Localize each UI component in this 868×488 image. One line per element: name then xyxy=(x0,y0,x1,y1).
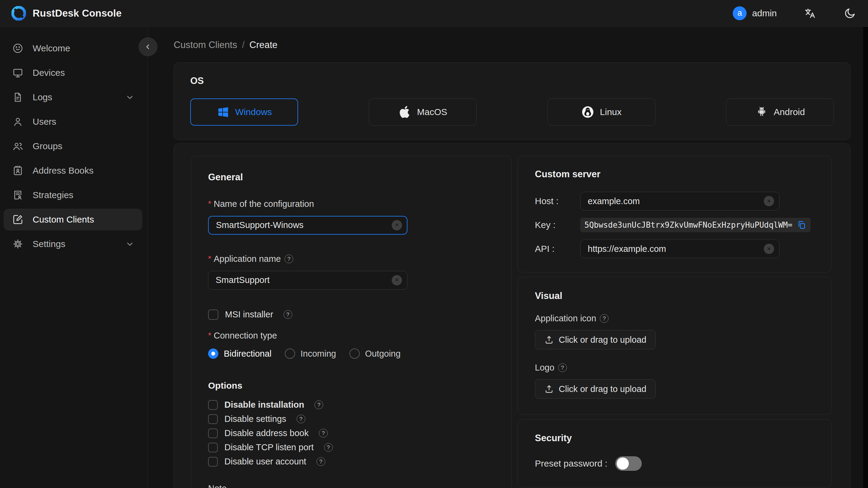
logo-upload-button[interactable]: Click or drag to upload xyxy=(535,379,656,399)
upload-icon xyxy=(544,384,554,394)
application-name-label: * Application name ? xyxy=(208,253,494,265)
sidebar-item-label: Groups xyxy=(33,141,62,151)
help-icon[interactable]: ? xyxy=(319,429,328,437)
server-key-value: 5Qbwsde3unUcJBtrx9ZkvUmwFNoExHzpryHuPUdq… xyxy=(584,220,793,230)
required-asterisk: * xyxy=(208,253,211,265)
disable-tcp-listen-port-checkbox[interactable] xyxy=(208,443,218,452)
sidebar-item-strategies[interactable]: Strategies xyxy=(4,184,142,206)
help-icon[interactable]: ? xyxy=(284,254,293,263)
sidebar-item-label: Welcome xyxy=(33,43,70,54)
api-row: API : ✕ xyxy=(535,240,814,258)
required-asterisk: * xyxy=(208,199,211,210)
application-icon-upload-button[interactable]: Click or drag to upload xyxy=(535,330,656,349)
users-icon xyxy=(12,141,24,152)
connection-type-label: * Connection type xyxy=(208,330,494,341)
os-button-macos[interactable]: MacOS xyxy=(369,98,476,126)
user-avatar[interactable]: a xyxy=(733,6,747,20)
os-button-label: Android xyxy=(774,107,805,117)
rustdesk-logo-icon xyxy=(11,6,26,21)
upload-icon xyxy=(544,335,554,344)
user-name[interactable]: admin xyxy=(752,8,777,19)
sidebar-item-logs[interactable]: Logs xyxy=(4,86,142,108)
host-input[interactable] xyxy=(580,192,779,211)
dark-mode-moon-icon[interactable] xyxy=(843,7,857,20)
visual-panel: Visual Application icon ? Click or drag xyxy=(518,277,832,415)
config-name-input[interactable] xyxy=(208,216,407,235)
preset-password-toggle[interactable] xyxy=(615,456,642,471)
option-disable-installation: Disable installation ? xyxy=(208,400,494,410)
msi-installer-checkbox[interactable] xyxy=(208,309,218,320)
msi-installer-row: MSI installer ? xyxy=(208,309,494,320)
application-name-input[interactable] xyxy=(208,271,407,289)
disable-address-book-checkbox[interactable] xyxy=(208,428,218,438)
visual-title: Visual xyxy=(535,291,814,301)
sidebar-item-label: Users xyxy=(33,117,56,127)
os-button-label: Linux xyxy=(600,107,622,117)
sidebar-collapse-button[interactable] xyxy=(138,37,157,56)
os-options-row: Windows MacOS xyxy=(190,98,834,126)
help-icon[interactable]: ? xyxy=(316,457,325,466)
disable-installation-checkbox[interactable] xyxy=(208,400,218,410)
android-logo-icon xyxy=(755,105,768,119)
breadcrumb: Custom Clients / Create xyxy=(174,39,850,51)
right-column: Custom server Host : ✕ Key : 5Qbwsde3unU… xyxy=(518,156,832,487)
sidebar-item-groups[interactable]: Groups xyxy=(4,135,142,157)
required-asterisk: * xyxy=(208,330,211,341)
strategy-icon xyxy=(12,189,24,201)
language-icon[interactable] xyxy=(803,7,817,20)
sidebar-item-address-books[interactable]: Address Books xyxy=(4,160,142,182)
main-content: Custom Clients / Create OS Windows xyxy=(148,27,868,488)
server-key-strip: 5Qbwsde3unUcJBtrx9ZkvUmwFNoExHzpryHuPUdq… xyxy=(580,218,811,232)
radio-bidirectional[interactable]: Bidirectional xyxy=(208,348,272,359)
os-button-windows[interactable]: Windows xyxy=(190,98,298,126)
copy-icon[interactable] xyxy=(797,220,806,230)
sidebar-item-custom-clients[interactable]: Custom Clients xyxy=(4,209,142,231)
app-title: RustDesk Console xyxy=(33,7,122,19)
option-disable-address-book: Disable address book ? xyxy=(208,428,494,438)
sidebar-item-settings[interactable]: Settings xyxy=(4,233,142,255)
address-book-icon xyxy=(12,165,24,176)
scrollbar-track[interactable] xyxy=(863,27,868,488)
breadcrumb-create: Create xyxy=(249,39,278,51)
custom-server-title: Custom server xyxy=(535,169,814,180)
radio-incoming[interactable]: Incoming xyxy=(285,348,336,359)
clear-icon[interactable]: ✕ xyxy=(764,196,774,206)
clear-icon[interactable]: ✕ xyxy=(764,244,774,254)
sidebar-item-label: Strategies xyxy=(33,190,73,200)
gear-icon xyxy=(12,238,24,250)
sidebar-item-label: Custom Clients xyxy=(33,214,94,225)
api-input[interactable] xyxy=(580,240,779,258)
radio-outgoing[interactable]: Outgoing xyxy=(349,348,401,359)
clear-icon[interactable]: ✕ xyxy=(392,275,402,285)
clear-icon[interactable]: ✕ xyxy=(392,220,402,231)
sidebar-item-users[interactable]: Users xyxy=(4,111,142,132)
help-icon[interactable]: ? xyxy=(600,314,609,323)
disable-settings-checkbox[interactable] xyxy=(208,414,218,424)
radio-icon xyxy=(285,348,295,359)
help-icon[interactable]: ? xyxy=(558,363,567,372)
help-icon[interactable]: ? xyxy=(324,443,333,452)
disable-user-account-checkbox[interactable] xyxy=(208,457,218,466)
sidebar-item-label: Logs xyxy=(33,92,52,102)
host-label: Host : xyxy=(535,196,580,206)
os-button-android[interactable]: Android xyxy=(726,98,834,126)
monitor-icon xyxy=(12,67,24,79)
config-name-field: ✕ xyxy=(208,216,407,235)
security-title: Security xyxy=(535,433,814,444)
help-icon[interactable]: ? xyxy=(284,310,292,319)
sidebar-item-label: Address Books xyxy=(33,165,94,176)
config-name-label: * Name of the configuration xyxy=(208,199,494,210)
os-panel-title: OS xyxy=(190,75,834,86)
breadcrumb-custom-clients[interactable]: Custom Clients xyxy=(174,39,237,51)
key-row: Key : 5Qbwsde3unUcJBtrx9ZkvUmwFNoExHzpry… xyxy=(535,218,814,232)
application-name-field: ✕ xyxy=(208,271,407,289)
help-icon[interactable]: ? xyxy=(297,415,305,423)
sidebar-item-label: Settings xyxy=(33,239,65,249)
help-icon[interactable]: ? xyxy=(314,400,323,409)
msi-installer-label: MSI installer xyxy=(225,309,273,319)
sidebar-item-welcome[interactable]: Welcome xyxy=(4,37,142,59)
chevron-down-icon xyxy=(125,240,134,248)
os-button-linux[interactable]: Linux xyxy=(548,98,655,126)
sidebar: Welcome Devices Logs Users xyxy=(0,27,148,488)
sidebar-item-devices[interactable]: Devices xyxy=(4,62,142,84)
